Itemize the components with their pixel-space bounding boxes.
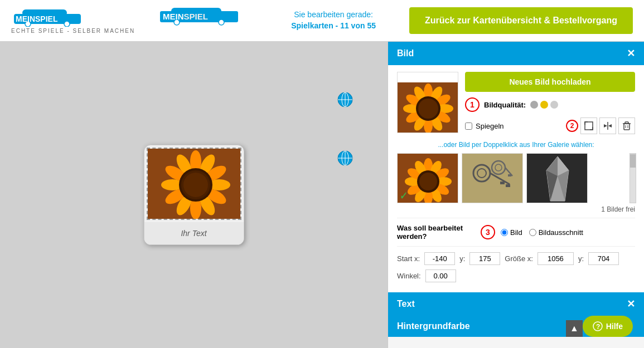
- svg-rect-81: [506, 184, 510, 187]
- hintergrund-title: Hintergrundfarbe: [397, 321, 470, 331]
- logo-full: MEINSPIEL: [157, 7, 241, 35]
- gallery-item-1[interactable]: ✓: [397, 153, 458, 203]
- spiegeln-checkbox[interactable]: [465, 122, 472, 130]
- right-panel: Bild ✕: [388, 42, 644, 348]
- main-area: Ihr Text Bild ✕: [0, 42, 644, 348]
- upload-area: Neues Bild hochladen 1 Bildqualität:: [465, 72, 635, 134]
- bild-section-header: Bild ✕: [388, 42, 644, 65]
- circle-number-2: 2: [566, 120, 578, 132]
- scroll-up-icon: ▲: [570, 324, 579, 334]
- startx-label: Start x:: [397, 254, 420, 263]
- svg-point-8: [219, 19, 224, 25]
- bilder-frei: 1 Bilder frei: [397, 205, 635, 213]
- hilfe-label: Hilfe: [606, 322, 623, 331]
- dot-1: [530, 101, 538, 109]
- bildqualitaet-row: 1 Bildqualität:: [465, 97, 635, 112]
- globe-icon-bottom: [337, 150, 353, 166]
- gallery-scrollbar[interactable]: [630, 153, 636, 203]
- gallery-crystal-img: [527, 154, 588, 203]
- koordinaten-row: Start x: y: Größe x: y: Winkel:: [397, 246, 635, 286]
- bildqualitaet-label: Bildqualität:: [484, 101, 526, 109]
- gallery-container: ✓: [397, 153, 635, 203]
- spiegeln-action-row: Spiegeln 2: [465, 117, 635, 134]
- startx-input[interactable]: [424, 252, 455, 265]
- y2-input[interactable]: [588, 252, 619, 265]
- svg-rect-85: [508, 174, 511, 177]
- back-to-overview-button[interactable]: Zurück zur Kartenübersicht & Bestellvorg…: [409, 7, 633, 35]
- scrollbar-thumb: [630, 154, 636, 168]
- y2-label: y:: [578, 254, 584, 263]
- svg-text:MEINSPIEL: MEINSPIEL: [16, 14, 58, 23]
- svg-point-3: [64, 21, 70, 27]
- svg-marker-54: [608, 124, 612, 128]
- current-image-preview: [397, 72, 458, 133]
- svg-rect-80: [500, 182, 505, 184]
- svg-text:MEINSPIEL: MEINSPIEL: [163, 12, 208, 21]
- svg-rect-51: [585, 122, 593, 130]
- resize-icon: [584, 121, 593, 130]
- text-section-header: Text ✕: [388, 292, 644, 316]
- bild-radio-label: Bild: [510, 228, 522, 237]
- gallery-hint: ...oder Bild per Doppelklick aus Ihrer G…: [397, 141, 635, 149]
- text-close-button[interactable]: ✕: [627, 298, 635, 310]
- editing-value: Spielkarten - 11 von 55: [258, 21, 409, 32]
- y1-label: y:: [459, 254, 465, 263]
- card-image-area: [147, 148, 241, 220]
- svg-rect-76: [462, 154, 523, 203]
- logo-top: MEINSPIEL: [11, 7, 135, 27]
- logo-subtitle: ECHTE SPIELE - SELBER MACHEN: [11, 28, 135, 34]
- groessex-input[interactable]: [538, 252, 574, 265]
- gallery-checkmark: ✓: [400, 189, 408, 202]
- radio-group: Bild Bildausschnitt: [501, 228, 583, 237]
- card-text-label: Ihr Text: [144, 222, 244, 244]
- svg-rect-55: [624, 124, 630, 130]
- editing-label: Sie bearbeiten gerade:: [258, 9, 409, 21]
- logo-area: MEINSPIEL ECHTE SPIELE - SELBER MACHEN: [11, 7, 135, 34]
- dot-2: [540, 101, 548, 109]
- scroll-up-button[interactable]: ▲: [566, 320, 583, 337]
- sunflower-image: [148, 149, 241, 220]
- card-preview: Ihr Text: [144, 145, 244, 245]
- canvas-area: Ihr Text: [0, 42, 388, 348]
- hilfe-icon: ?: [593, 321, 603, 331]
- bildausschnitt-radio-label: Bildausschnitt: [539, 228, 583, 237]
- groessex-label: Größe x:: [505, 254, 533, 263]
- winkel-label: Winkel:: [397, 272, 421, 280]
- upload-button[interactable]: Neues Bild hochladen: [465, 72, 635, 92]
- gallery-keys-img: [462, 154, 523, 203]
- gallery-grid: ✓: [397, 153, 635, 203]
- flip-icon-button[interactable]: [599, 117, 616, 134]
- spiegeln-row: Spiegeln: [465, 122, 504, 130]
- y1-input[interactable]: [469, 252, 500, 265]
- bildausschnitt-radio[interactable]: [529, 229, 536, 236]
- bild-top-row: Neues Bild hochladen 1 Bildqualität:: [397, 72, 635, 134]
- svg-point-74: [419, 173, 437, 190]
- bild-title: Bild: [397, 48, 414, 58]
- logo-icon: MEINSPIEL: [11, 7, 84, 27]
- hilfe-button[interactable]: ? Hilfe: [583, 316, 633, 337]
- svg-rect-57: [625, 122, 628, 124]
- header: MEINSPIEL ECHTE SPIELE - SELBER MACHEN M…: [0, 0, 644, 42]
- gallery-item-2[interactable]: [462, 153, 523, 203]
- flip-icon: [603, 121, 612, 130]
- circle-number-1: 1: [465, 97, 480, 112]
- svg-marker-53: [604, 124, 607, 128]
- gallery-item-3[interactable]: [526, 153, 588, 203]
- gallery-sunflower-img: [398, 154, 458, 203]
- bildausschnitt-radio-option: Bildausschnitt: [529, 228, 583, 237]
- winkel-input[interactable]: [425, 269, 456, 282]
- header-center: Sie bearbeiten gerade: Spielkarten - 11 …: [258, 9, 409, 31]
- text-title: Text: [397, 299, 415, 309]
- delete-icon-button[interactable]: [618, 117, 635, 134]
- bild-radio[interactable]: [501, 229, 508, 236]
- circle-number-3: 3: [481, 225, 495, 239]
- action-icons-row: 2: [566, 117, 635, 134]
- spiegeln-label: Spiegeln: [476, 122, 504, 130]
- resize-icon-button[interactable]: [580, 117, 597, 134]
- bild-close-button[interactable]: ✕: [627, 47, 635, 60]
- svg-point-50: [418, 99, 438, 119]
- bild-content: Neues Bild hochladen 1 Bildqualität:: [388, 65, 644, 292]
- quality-dots: [530, 101, 558, 109]
- bearbeitet-label: Was soll bearbeitet werden?: [397, 224, 475, 241]
- delete-icon: [622, 121, 631, 130]
